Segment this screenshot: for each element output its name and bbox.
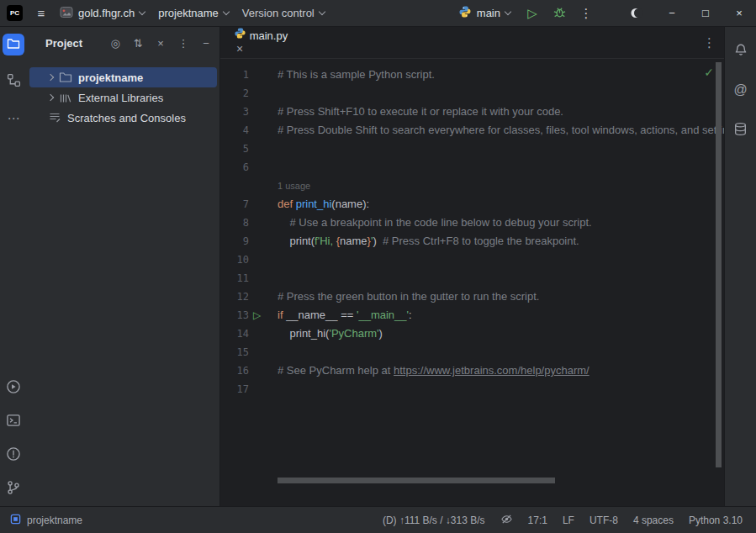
run-tool-button[interactable] bbox=[3, 377, 24, 398]
hamburger-icon: ≡ bbox=[38, 6, 45, 20]
code-line-17[interactable]: 17 bbox=[220, 380, 724, 398]
run-config-selector[interactable]: main bbox=[452, 3, 517, 24]
code-line-7[interactable]: 7def print_hi(name): bbox=[220, 195, 724, 214]
select-opened-file-button[interactable]: ◎ bbox=[109, 37, 121, 50]
more-tool-windows-button[interactable]: ⋯ bbox=[3, 108, 24, 129]
chevron-right-icon[interactable] bbox=[47, 94, 54, 101]
more-actions-button[interactable]: ⋮ bbox=[574, 3, 598, 24]
run-button[interactable]: ▷ bbox=[521, 3, 544, 24]
code-line-11[interactable]: 11 bbox=[220, 269, 724, 288]
code-line-2[interactable]: 2 bbox=[220, 84, 724, 103]
target-icon: ◎ bbox=[110, 37, 119, 50]
inspection-ok-icon[interactable]: ✓ bbox=[704, 66, 714, 79]
kebab-icon: ⋮ bbox=[178, 37, 189, 50]
highlighting-level-button[interactable] bbox=[500, 513, 513, 528]
vertical-scrollbar[interactable] bbox=[716, 62, 722, 467]
code-line-8[interactable]: 8 # Use a breakpoint in the code line be… bbox=[220, 214, 724, 232]
encoding-widget[interactable]: UTF-8 bbox=[589, 515, 618, 526]
kebab-icon: ⋮ bbox=[703, 35, 716, 50]
tab-label: main.py bbox=[250, 29, 288, 42]
notifications-button[interactable] bbox=[730, 39, 752, 61]
gutter bbox=[249, 121, 278, 140]
code-line-3[interactable]: 3# Press Shift+F10 to execute it or repl… bbox=[220, 103, 724, 121]
project-icon bbox=[60, 6, 73, 21]
code-line-16[interactable]: 16# See PyCharm help at https://www.jetb… bbox=[220, 361, 724, 380]
tab-bar-options-button[interactable]: ⋮ bbox=[703, 35, 716, 50]
close-icon: × bbox=[236, 42, 243, 55]
collapse-all-button[interactable]: × bbox=[155, 37, 167, 50]
expand-all-button[interactable]: ⇅ bbox=[132, 37, 144, 50]
code-line-15[interactable]: 15 bbox=[220, 343, 724, 361]
kebab-icon: ⋮ bbox=[580, 6, 593, 21]
line-separator-widget[interactable]: LF bbox=[563, 515, 574, 526]
network-status-widget[interactable]: (D) ↑111 B/s / ↓313 B/s bbox=[383, 515, 485, 526]
tab-close-button[interactable]: × bbox=[236, 42, 243, 55]
code-line-4[interactable]: 4# Press Double Shift to search everywhe… bbox=[220, 121, 724, 140]
project-tool-button[interactable] bbox=[3, 34, 24, 55]
panel-title: Project bbox=[45, 37, 82, 50]
code-line-14[interactable]: 14 print_hi('PyCharm') bbox=[220, 325, 724, 343]
code-text bbox=[278, 269, 724, 288]
code-editor[interactable]: 1# This is a sample Python script.23# Pr… bbox=[220, 59, 724, 506]
debug-button[interactable] bbox=[547, 3, 571, 24]
tree-item-external-libraries[interactable]: External Libraries bbox=[29, 87, 217, 108]
code-line-1[interactable]: 1# This is a sample Python script. bbox=[220, 66, 724, 84]
project-tree: projektnameExternal LibrariesScratches a… bbox=[27, 59, 219, 128]
chevron-down-icon bbox=[505, 8, 511, 14]
gutter bbox=[249, 177, 278, 195]
panel-options-button[interactable]: ⋮ bbox=[177, 37, 189, 50]
git-tool-button[interactable] bbox=[3, 478, 24, 499]
database-icon bbox=[733, 122, 748, 139]
ai-assistant-button[interactable]: @ bbox=[730, 79, 752, 101]
code-line-9[interactable]: 9 print(f'Hi, {name}') # Press Ctrl+F8 t… bbox=[220, 232, 724, 251]
chevron-right-icon[interactable] bbox=[47, 74, 54, 81]
code-line-12[interactable]: 12# Press the green button in the gutter… bbox=[220, 288, 724, 306]
database-button[interactable] bbox=[730, 119, 752, 141]
gutter bbox=[249, 269, 278, 288]
tab-main-py[interactable]: main.py × bbox=[229, 27, 293, 59]
status-project-widget[interactable]: projektname bbox=[10, 514, 82, 527]
status-bar: projektname (D) ↑111 B/s / ↓313 B/s 17:1… bbox=[0, 506, 756, 533]
close-icon: × bbox=[736, 7, 743, 19]
gutter bbox=[249, 325, 278, 343]
chevron-down-icon bbox=[319, 8, 325, 14]
close-button[interactable]: × bbox=[722, 0, 756, 27]
caret-position-widget[interactable]: 17:1 bbox=[528, 515, 547, 526]
structure-icon bbox=[7, 73, 21, 90]
maximize-button[interactable]: □ bbox=[689, 0, 722, 27]
python-interpreter-widget[interactable]: Python 3.10 bbox=[689, 515, 743, 526]
project-switcher-button[interactable]: gold.fhgr.ch bbox=[53, 3, 151, 24]
run-line-icon[interactable]: ▷ bbox=[253, 306, 261, 325]
tree-item-projektname[interactable]: projektname bbox=[29, 67, 217, 87]
vcs-widget[interactable]: Version control bbox=[235, 3, 331, 24]
tree-item-scratches-and-consoles[interactable]: Scratches and Consoles bbox=[29, 108, 217, 128]
gutter bbox=[249, 214, 278, 232]
structure-tool-button[interactable] bbox=[3, 71, 24, 92]
main-menu-button[interactable]: ≡ bbox=[29, 3, 53, 24]
window-controls: − □ × bbox=[621, 0, 756, 27]
folder-icon bbox=[7, 37, 20, 53]
code-line-10[interactable]: 10 bbox=[220, 251, 724, 269]
window-shade-button[interactable] bbox=[621, 0, 655, 27]
problems-tool-button[interactable] bbox=[3, 444, 24, 466]
terminal-tool-button[interactable] bbox=[3, 410, 24, 432]
line-number bbox=[220, 177, 249, 195]
gutter bbox=[249, 84, 278, 103]
projektname-dropdown[interactable]: projektname bbox=[151, 3, 235, 24]
inlay-hint-row[interactable]: 1 usage bbox=[220, 177, 724, 195]
code-line-13[interactable]: 13▷if __name__ == '__main__': bbox=[220, 306, 724, 325]
code-text: print(f'Hi, {name}') # Press Ctrl+F8 to … bbox=[278, 232, 724, 251]
indent-widget[interactable]: 4 spaces bbox=[633, 515, 674, 526]
python-logo-icon bbox=[458, 5, 472, 21]
horizontal-scrollbar[interactable] bbox=[278, 478, 555, 483]
code-line-5[interactable]: 5 bbox=[220, 140, 724, 158]
eye-off-icon bbox=[500, 513, 513, 528]
usages-inlay[interactable]: 1 usage bbox=[278, 177, 724, 195]
hide-panel-button[interactable]: − bbox=[200, 37, 212, 50]
minimize-button[interactable]: − bbox=[655, 0, 689, 27]
problems-icon bbox=[6, 446, 21, 464]
chevron-down-icon bbox=[223, 8, 230, 14]
library-icon bbox=[59, 91, 72, 104]
line-number: 8 bbox=[220, 214, 249, 232]
code-line-6[interactable]: 6 bbox=[220, 158, 724, 177]
